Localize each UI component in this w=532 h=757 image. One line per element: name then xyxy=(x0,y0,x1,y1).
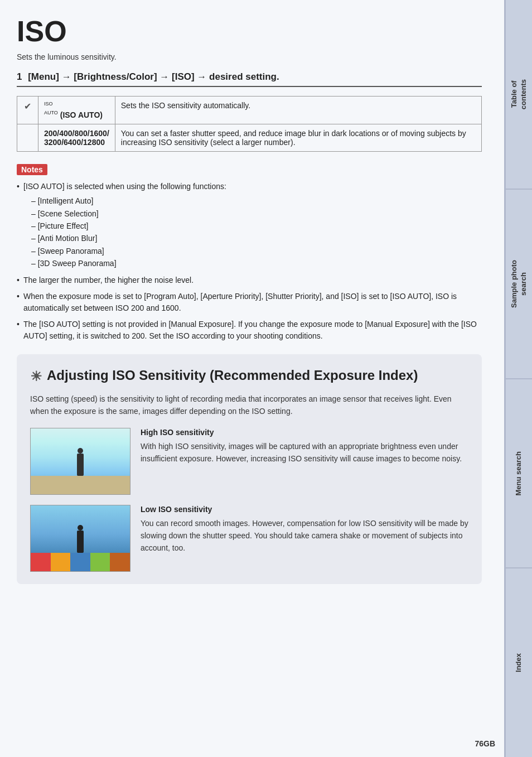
person-silhouette xyxy=(77,454,84,476)
adjusting-title: ☀ Adjusting ISO Sensitivity (Recommended… xyxy=(30,367,468,385)
step-text: [Menu] → [Brightness/Color] → [ISO] → de… xyxy=(28,71,279,82)
note-subitem: [Sweep Panorama] xyxy=(31,245,482,257)
low-iso-row: Low ISO sensitivity You can record smoot… xyxy=(30,505,468,572)
table-row: ✔ ISOAUTO (ISO AUTO) Sets the ISO sensit… xyxy=(17,97,482,124)
adjusting-desc: ISO setting (speed) is the sensitivity t… xyxy=(30,393,468,418)
subtitle: Sets the luminous sensitivity. xyxy=(17,52,482,61)
note-item-3: When the exposure mode is set to [Progra… xyxy=(17,291,482,314)
table-checkmark: ✔ xyxy=(17,97,38,124)
sun-icon: ☀ xyxy=(30,368,42,385)
note-subitem: [3D Sweep Panorama] xyxy=(31,257,482,269)
table-row: 200/400/800/1600/3200/6400/12800 You can… xyxy=(17,124,482,152)
settings-table: ✔ ISOAUTO (ISO AUTO) Sets the ISO sensit… xyxy=(17,96,482,152)
table-setting-iso-auto: ISOAUTO (ISO AUTO) xyxy=(38,97,115,124)
person-silhouette xyxy=(77,531,84,553)
note-subitem: [Anti Motion Blur] xyxy=(31,232,482,244)
low-iso-title: Low ISO sensitivity xyxy=(141,505,468,514)
note-subitem: [Scene Selection] xyxy=(31,208,482,220)
note-sublist: [Intelligent Auto] [Scene Selection] [Pi… xyxy=(23,195,482,269)
step-line: 1 [Menu] → [Brightness/Color] → [ISO] → … xyxy=(17,71,482,87)
table-desc-iso-values: You can set a faster shutter speed, and … xyxy=(115,124,481,152)
low-iso-desc: You can record smooth images. However, c… xyxy=(141,517,468,555)
table-empty-icon xyxy=(17,124,38,152)
adjusting-section: ☀ Adjusting ISO Sensitivity (Recommended… xyxy=(17,354,482,584)
sidebar-tab-sample[interactable]: Sample photosearch xyxy=(504,190,532,379)
note-item-1: [ISO AUTO] is selected when using the fo… xyxy=(17,181,482,269)
high-iso-desc: With high ISO sensitivity, images will b… xyxy=(141,440,468,465)
high-iso-row: High ISO sensitivity With high ISO sensi… xyxy=(30,428,468,495)
table-desc-iso-auto: Sets the ISO sensitivity automatically. xyxy=(115,97,481,124)
notes-list: [ISO AUTO] is selected when using the fo… xyxy=(17,181,482,341)
sidebar-tab-toc[interactable]: Table ofcontents xyxy=(504,0,532,190)
notes-badge: Notes xyxy=(17,164,47,175)
sidebar-tab-index[interactable]: Index xyxy=(504,568,532,757)
low-iso-text: Low ISO sensitivity You can record smoot… xyxy=(141,505,468,555)
sidebar-tab-menu-label: Menu search xyxy=(514,451,524,495)
sensitivity-grid: High ISO sensitivity With high ISO sensi… xyxy=(30,428,468,572)
note-item-2: The larger the number, the higher the no… xyxy=(17,274,482,286)
step-number: 1 xyxy=(17,71,22,82)
note-item-4: The [ISO AUTO] setting is not provided i… xyxy=(17,319,482,342)
page-title: ISO xyxy=(17,17,482,46)
page-number: 76GB xyxy=(475,739,495,748)
note-subitem: [Picture Effect] xyxy=(31,220,482,232)
adjusting-title-text: Adjusting ISO Sensitivity (Recommended E… xyxy=(47,367,418,384)
main-content: ISO Sets the luminous sensitivity. 1 [Me… xyxy=(0,0,504,757)
notes-section: Notes [ISO AUTO] is selected when using … xyxy=(17,164,482,341)
note-subitem: [Intelligent Auto] xyxy=(31,195,482,207)
sidebar: Table ofcontents Sample photosearch Menu… xyxy=(504,0,532,757)
sidebar-tab-menu[interactable]: Menu search xyxy=(504,379,532,569)
sidebar-tab-index-label: Index xyxy=(514,653,524,672)
high-iso-text: High ISO sensitivity With high ISO sensi… xyxy=(141,428,468,465)
table-setting-iso-values: 200/400/800/1600/3200/6400/12800 xyxy=(38,124,115,152)
low-iso-image xyxy=(30,505,130,572)
sidebar-tab-sample-label: Sample photosearch xyxy=(510,260,529,308)
high-iso-title: High ISO sensitivity xyxy=(141,428,468,437)
high-iso-image xyxy=(30,428,130,495)
sidebar-tab-toc-label: Table ofcontents xyxy=(510,79,529,109)
